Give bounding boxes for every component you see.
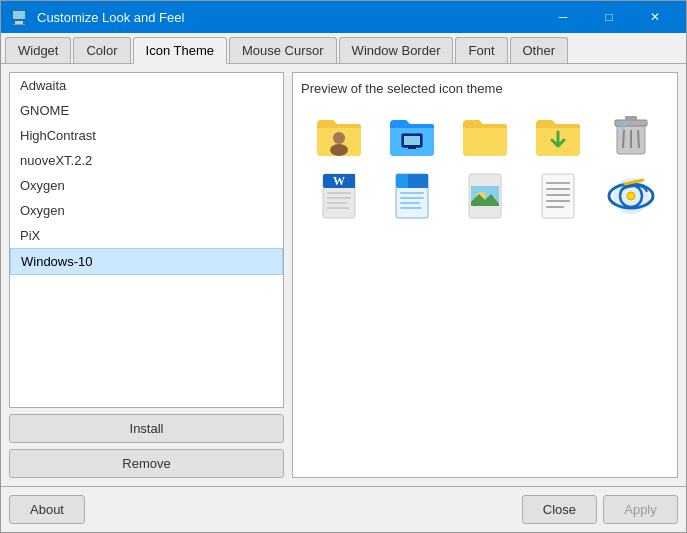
about-button[interactable]: About xyxy=(9,495,85,524)
image-file-icon xyxy=(461,172,509,220)
window-controls: ─ □ ✕ xyxy=(540,1,678,33)
preview-icon-text-file xyxy=(527,172,588,220)
bottom-left-actions: About xyxy=(9,495,85,524)
screen-folder-icon xyxy=(388,112,436,160)
maximize-button[interactable]: □ xyxy=(586,1,632,33)
list-item[interactable]: Oxygen xyxy=(10,198,283,223)
svg-rect-11 xyxy=(625,116,637,121)
svg-rect-28 xyxy=(400,202,420,204)
svg-rect-2 xyxy=(15,21,23,24)
app-icon xyxy=(9,7,29,27)
install-button[interactable]: Install xyxy=(9,414,284,443)
svg-rect-19 xyxy=(327,192,351,194)
svg-rect-25 xyxy=(408,174,428,188)
remove-button[interactable]: Remove xyxy=(9,449,284,478)
minimize-button[interactable]: ─ xyxy=(540,1,586,33)
user-folder-icon xyxy=(315,112,363,160)
svg-rect-7 xyxy=(404,136,420,145)
preview-pane: Preview of the selected icon theme xyxy=(292,72,678,478)
svg-point-43 xyxy=(627,192,635,200)
svg-rect-37 xyxy=(546,200,570,202)
svg-line-14 xyxy=(638,130,639,148)
svg-rect-35 xyxy=(546,188,570,190)
preview-icon-image-file xyxy=(455,172,516,220)
svg-rect-21 xyxy=(327,202,347,204)
tab-mouse-cursor[interactable]: Mouse Cursor xyxy=(229,37,337,63)
tab-font[interactable]: Font xyxy=(455,37,507,63)
theme-list[interactable]: Adwaita GNOME HighContrast nuoveXT.2.2 O… xyxy=(9,72,284,408)
tab-other[interactable]: Other xyxy=(510,37,569,63)
content-area: Adwaita GNOME HighContrast nuoveXT.2.2 O… xyxy=(1,64,686,486)
window-title: Customize Look and Feel xyxy=(37,10,540,25)
preview-icon-screen-folder xyxy=(382,112,443,160)
svg-rect-38 xyxy=(546,206,564,208)
list-item[interactable]: HighContrast xyxy=(10,123,283,148)
left-pane: Adwaita GNOME HighContrast nuoveXT.2.2 O… xyxy=(9,72,284,478)
tab-widget[interactable]: Widget xyxy=(5,37,71,63)
main-window: Customize Look and Feel ─ □ ✕ Widget Col… xyxy=(0,0,687,533)
svg-point-4 xyxy=(333,132,345,144)
preview-icon-download-folder xyxy=(527,112,588,160)
tab-icon-theme[interactable]: Icon Theme xyxy=(133,37,227,64)
list-item[interactable]: Adwaita xyxy=(10,73,283,98)
download-folder-icon xyxy=(534,112,582,160)
svg-rect-34 xyxy=(546,182,570,184)
main-panes: Adwaita GNOME HighContrast nuoveXT.2.2 O… xyxy=(9,72,678,478)
svg-rect-26 xyxy=(400,192,424,194)
preview-icon-blue-file xyxy=(382,172,443,220)
preview-icon-user-folder xyxy=(309,112,370,160)
preview-icon-word-doc: W xyxy=(309,172,370,220)
tab-color[interactable]: Color xyxy=(73,37,130,63)
blue-file-icon xyxy=(388,172,436,220)
tab-window-border[interactable]: Window Border xyxy=(339,37,454,63)
list-item[interactable]: GNOME xyxy=(10,98,283,123)
svg-rect-20 xyxy=(327,197,351,199)
bottom-right-actions: Close Apply xyxy=(522,495,678,524)
list-item[interactable]: nuoveXT.2.2 xyxy=(10,148,283,173)
svg-rect-8 xyxy=(408,147,416,149)
list-item[interactable]: PiX xyxy=(10,223,283,248)
ie-icon xyxy=(607,172,655,220)
preview-icon-plain-folder xyxy=(455,112,516,160)
svg-rect-3 xyxy=(13,24,25,25)
preview-icons-grid: W xyxy=(301,104,669,228)
svg-line-12 xyxy=(623,130,624,148)
svg-rect-1 xyxy=(13,11,25,19)
svg-rect-29 xyxy=(400,207,422,209)
plain-folder-icon xyxy=(461,112,509,160)
word-doc-icon: W xyxy=(315,172,363,220)
list-item[interactable]: Oxygen xyxy=(10,173,283,198)
recycle-bin-icon xyxy=(607,112,655,160)
bottom-bar: About Close Apply xyxy=(1,486,686,532)
close-button[interactable]: Close xyxy=(522,495,597,524)
preview-icon-recycle-bin xyxy=(600,112,661,160)
theme-action-buttons: Install Remove xyxy=(9,414,284,478)
list-item-selected[interactable]: Windows-10 xyxy=(10,248,283,275)
close-button[interactable]: ✕ xyxy=(632,1,678,33)
preview-title: Preview of the selected icon theme xyxy=(301,81,669,96)
svg-text:W: W xyxy=(333,174,345,188)
text-file-icon xyxy=(534,172,582,220)
tab-bar: Widget Color Icon Theme Mouse Cursor Win… xyxy=(1,33,686,64)
apply-button[interactable]: Apply xyxy=(603,495,678,524)
svg-point-5 xyxy=(330,144,348,156)
svg-rect-27 xyxy=(400,197,424,199)
svg-rect-22 xyxy=(327,207,349,209)
title-bar: Customize Look and Feel ─ □ ✕ xyxy=(1,1,686,33)
preview-icon-ie xyxy=(600,172,661,220)
svg-rect-36 xyxy=(546,194,570,196)
